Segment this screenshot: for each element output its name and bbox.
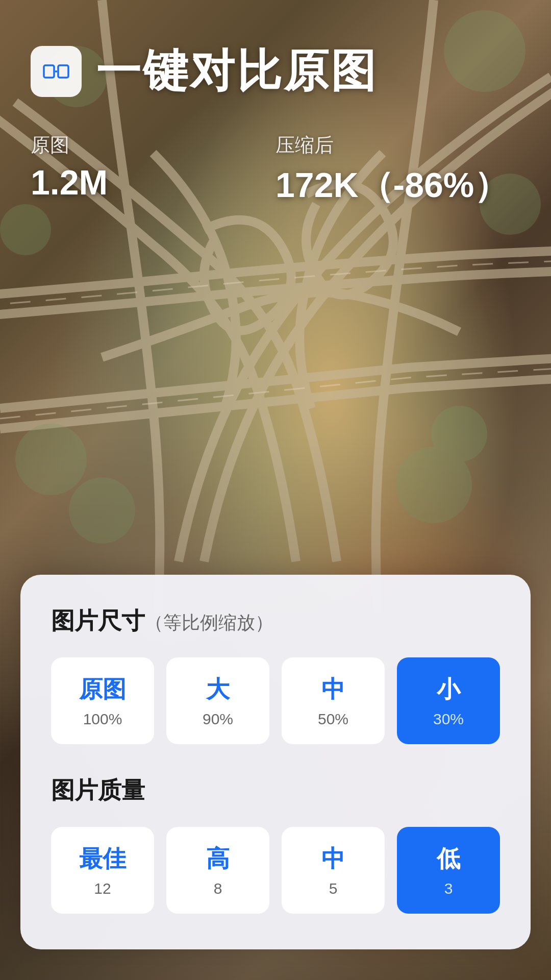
- size-large-btn[interactable]: 大 90%: [166, 657, 269, 744]
- size-small-value: 30%: [433, 710, 464, 728]
- comparison-info: 原图 1.2M 压缩后 172K（-86%）: [31, 132, 520, 209]
- compressed-info: 压缩后 172K（-86%）: [276, 132, 520, 209]
- compressed-value: 172K（-86%）: [276, 162, 520, 209]
- size-large-value: 90%: [203, 710, 233, 728]
- size-original-btn[interactable]: 原图 100%: [51, 657, 154, 744]
- size-medium-btn[interactable]: 中 50%: [282, 657, 385, 744]
- quality-low-label: 低: [437, 843, 460, 875]
- quality-medium-value: 5: [329, 880, 338, 897]
- size-medium-label: 中: [321, 674, 345, 705]
- quality-low-value: 3: [444, 880, 453, 897]
- size-section-title: 图片尺寸（等比例缩放）: [51, 605, 500, 637]
- original-size: 1.2M: [31, 162, 276, 202]
- original-label: 原图: [31, 132, 276, 158]
- bottom-panel: 图片尺寸（等比例缩放） 原图 100% 大 90% 中 50% 小 30%: [0, 575, 551, 980]
- size-large-label: 大: [206, 674, 230, 705]
- quality-section: 图片质量 最佳 12 高 8 中 5 低 3: [51, 775, 500, 914]
- size-original-label: 原图: [79, 674, 126, 705]
- quality-low-btn[interactable]: 低 3: [397, 827, 500, 914]
- original-info: 原图 1.2M: [31, 132, 276, 209]
- quality-medium-btn[interactable]: 中 5: [282, 827, 385, 914]
- top-content: 一键对比原图 原图 1.2M 压缩后 172K（-86%）: [0, 0, 551, 209]
- svg-point-6: [0, 204, 51, 255]
- compressed-label: 压缩后: [276, 132, 520, 158]
- size-original-value: 100%: [83, 710, 122, 728]
- app-header: 一键对比原图: [31, 41, 520, 102]
- quality-section-title: 图片质量: [51, 775, 500, 806]
- settings-card: 图片尺寸（等比例缩放） 原图 100% 大 90% 中 50% 小 30%: [20, 575, 531, 949]
- svg-rect-9: [44, 65, 54, 78]
- size-options-grid: 原图 100% 大 90% 中 50% 小 30%: [51, 657, 500, 744]
- size-section: 图片尺寸（等比例缩放） 原图 100% 大 90% 中 50% 小 30%: [51, 605, 500, 744]
- quality-high-btn[interactable]: 高 8: [166, 827, 269, 914]
- size-small-btn[interactable]: 小 30%: [397, 657, 500, 744]
- size-medium-value: 50%: [318, 710, 348, 728]
- quality-medium-label: 中: [321, 843, 345, 875]
- quality-high-value: 8: [214, 880, 222, 897]
- quality-best-btn[interactable]: 最佳 12: [51, 827, 154, 914]
- svg-rect-10: [58, 65, 68, 78]
- quality-high-label: 高: [206, 843, 230, 875]
- size-small-label: 小: [437, 674, 460, 705]
- app-title: 一键对比原图: [96, 41, 378, 102]
- quality-options-grid: 最佳 12 高 8 中 5 低 3: [51, 827, 500, 914]
- quality-best-label: 最佳: [79, 843, 126, 875]
- quality-best-value: 12: [94, 880, 111, 897]
- app-icon: [31, 46, 82, 97]
